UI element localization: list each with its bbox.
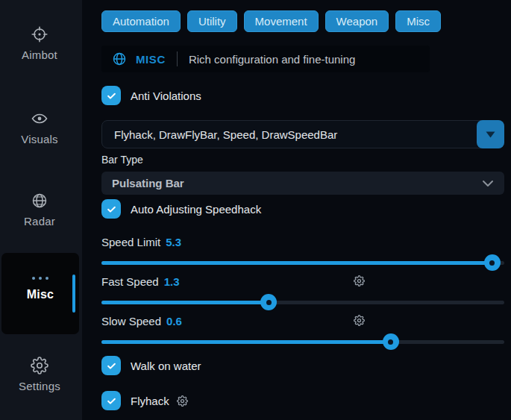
- slow-speed-slider[interactable]: [101, 333, 504, 350]
- tab-misc[interactable]: Misc: [395, 10, 441, 32]
- flyhack-checkbox[interactable]: [101, 391, 121, 410]
- chevron-down-icon: [482, 180, 494, 187]
- fast-speed-group: Fast Speed 1.3: [101, 275, 504, 310]
- slider-fill: [101, 261, 492, 265]
- slider-handle[interactable]: [484, 254, 501, 271]
- gear-icon[interactable]: [354, 315, 365, 326]
- sidebar-item-label: Visuals: [0, 133, 79, 145]
- gear-icon: [0, 357, 79, 374]
- section-subtitle: Rich configuration and fine-tuning: [189, 53, 355, 66]
- ellipsis-icon: [1, 274, 79, 283]
- sidebar-item-visuals[interactable]: Visuals: [0, 110, 79, 145]
- dropdown-arrow-button[interactable]: [477, 120, 504, 148]
- crosshair-icon: [0, 25, 79, 43]
- cheat-menu-window: { "sidebar": { "items": [ { "label": "Ai…: [0, 0, 511, 420]
- bar-type-label: Bar Type: [101, 154, 504, 166]
- sidebar-item-misc[interactable]: Misc: [1, 253, 79, 334]
- tab-utility[interactable]: Utility: [187, 10, 237, 32]
- checkbox-label: Auto Adjusting Speedhack: [131, 203, 261, 216]
- speed-limit-slider[interactable]: [101, 254, 504, 271]
- gear-icon[interactable]: [354, 275, 365, 286]
- sidebar-item-label: Settings: [0, 380, 79, 392]
- slider-value: 1.3: [164, 275, 180, 288]
- slider-track[interactable]: [101, 261, 504, 265]
- fast-speed-slider[interactable]: [101, 294, 504, 310]
- bar-type-select[interactable]: Pulsating Bar: [101, 172, 504, 195]
- auto-adjusting-checkbox[interactable]: [101, 199, 121, 219]
- slider-label: Fast Speed: [101, 275, 159, 288]
- main-panel: Automation Utility Movement Weapon Misc …: [101, 0, 504, 420]
- speed-limit-group: Speed Limit 5.3: [101, 235, 504, 271]
- sidebar-item-radar[interactable]: Radar: [0, 192, 79, 228]
- slider-handle[interactable]: [260, 294, 277, 310]
- tab-movement[interactable]: Movement: [244, 10, 319, 32]
- tab-bar: Automation Utility Movement Weapon Misc: [101, 10, 504, 32]
- auto-adjusting-row: Auto Adjusting Speedhack: [101, 199, 504, 219]
- slider-value: 5.3: [166, 236, 181, 248]
- sidebar-item-label: Misc: [1, 288, 79, 301]
- sidebar: Aimbot Visuals Radar Misc: [0, 0, 82, 420]
- slider-track[interactable]: [101, 340, 504, 344]
- globe-icon: [112, 51, 127, 66]
- tab-automation[interactable]: Automation: [101, 10, 181, 32]
- bar-multiselect[interactable]: Flyhack, DrawFlyBar, Speed, DrawSpeedBar: [101, 120, 504, 148]
- sidebar-item-label: Aimbot: [0, 48, 79, 61]
- selected-accent-bar: [72, 275, 75, 313]
- slider-value: 0.6: [166, 315, 182, 327]
- section-header: MISC Rich configuration and fine-tuning: [101, 46, 430, 72]
- slider-label: Speed Limit: [101, 236, 160, 248]
- walk-on-water-checkbox[interactable]: [101, 356, 121, 375]
- slider-fill: [101, 301, 269, 304]
- checkbox-label: Walk on water: [131, 360, 201, 372]
- walk-on-water-row: Walk on water: [101, 356, 504, 375]
- sidebar-item-aimbot[interactable]: Aimbot: [0, 25, 79, 61]
- eye-icon: [0, 110, 79, 128]
- slider-track[interactable]: [101, 301, 504, 304]
- section-title: MISC: [136, 53, 166, 66]
- bar-multiselect-value: Flyhack, DrawFlyBar, Speed, DrawSpeedBar: [114, 128, 337, 141]
- checkbox-label: Anti Violations: [131, 90, 201, 102]
- anti-violations-row: Anti Violations: [101, 86, 504, 105]
- anti-violations-checkbox[interactable]: [101, 86, 121, 105]
- gear-icon[interactable]: [177, 395, 188, 407]
- sidebar-item-settings[interactable]: Settings: [0, 357, 79, 392]
- flyhack-row: Flyhack: [101, 391, 504, 410]
- bar-type-value: Pulsating Bar: [112, 177, 184, 189]
- globe-icon: [0, 192, 79, 210]
- slider-fill: [101, 340, 391, 344]
- divider: [177, 51, 178, 66]
- tab-weapon[interactable]: Weapon: [325, 10, 389, 32]
- slider-label: Slow Speed: [101, 315, 161, 327]
- slider-handle[interactable]: [383, 333, 399, 350]
- slow-speed-group: Slow Speed 0.6: [101, 314, 504, 350]
- sidebar-item-label: Radar: [0, 215, 79, 228]
- checkbox-label: Flyhack: [131, 395, 169, 407]
